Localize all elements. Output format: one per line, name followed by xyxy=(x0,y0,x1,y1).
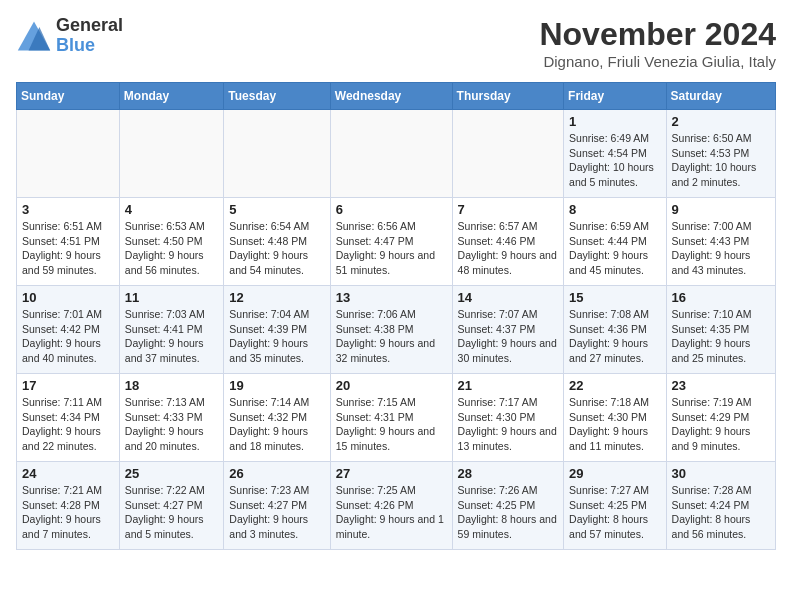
day-number: 19 xyxy=(229,378,324,393)
day-number: 26 xyxy=(229,466,324,481)
day-number: 20 xyxy=(336,378,447,393)
day-info: Sunrise: 6:53 AM Sunset: 4:50 PM Dayligh… xyxy=(125,219,218,278)
day-cell: 3Sunrise: 6:51 AM Sunset: 4:51 PM Daylig… xyxy=(17,198,120,286)
day-info: Sunrise: 7:14 AM Sunset: 4:32 PM Dayligh… xyxy=(229,395,324,454)
day-cell xyxy=(119,110,223,198)
week-row-5: 24Sunrise: 7:21 AM Sunset: 4:28 PM Dayli… xyxy=(17,462,776,550)
day-info: Sunrise: 6:50 AM Sunset: 4:53 PM Dayligh… xyxy=(672,131,770,190)
day-info: Sunrise: 7:27 AM Sunset: 4:25 PM Dayligh… xyxy=(569,483,660,542)
day-info: Sunrise: 7:07 AM Sunset: 4:37 PM Dayligh… xyxy=(458,307,559,366)
day-cell xyxy=(452,110,564,198)
logo-blue-text: Blue xyxy=(56,36,123,56)
day-number: 30 xyxy=(672,466,770,481)
day-cell: 18Sunrise: 7:13 AM Sunset: 4:33 PM Dayli… xyxy=(119,374,223,462)
title-block: November 2024 Dignano, Friuli Venezia Gi… xyxy=(539,16,776,70)
day-info: Sunrise: 7:22 AM Sunset: 4:27 PM Dayligh… xyxy=(125,483,218,542)
day-number: 5 xyxy=(229,202,324,217)
day-info: Sunrise: 6:51 AM Sunset: 4:51 PM Dayligh… xyxy=(22,219,114,278)
day-cell xyxy=(17,110,120,198)
day-info: Sunrise: 7:17 AM Sunset: 4:30 PM Dayligh… xyxy=(458,395,559,454)
day-cell: 13Sunrise: 7:06 AM Sunset: 4:38 PM Dayli… xyxy=(330,286,452,374)
calendar-body: 1Sunrise: 6:49 AM Sunset: 4:54 PM Daylig… xyxy=(17,110,776,550)
col-sunday: Sunday xyxy=(17,83,120,110)
day-cell: 21Sunrise: 7:17 AM Sunset: 4:30 PM Dayli… xyxy=(452,374,564,462)
day-info: Sunrise: 7:00 AM Sunset: 4:43 PM Dayligh… xyxy=(672,219,770,278)
day-number: 13 xyxy=(336,290,447,305)
week-row-2: 3Sunrise: 6:51 AM Sunset: 4:51 PM Daylig… xyxy=(17,198,776,286)
day-info: Sunrise: 7:10 AM Sunset: 4:35 PM Dayligh… xyxy=(672,307,770,366)
day-cell: 6Sunrise: 6:56 AM Sunset: 4:47 PM Daylig… xyxy=(330,198,452,286)
day-number: 6 xyxy=(336,202,447,217)
day-cell: 16Sunrise: 7:10 AM Sunset: 4:35 PM Dayli… xyxy=(666,286,775,374)
day-cell: 27Sunrise: 7:25 AM Sunset: 4:26 PM Dayli… xyxy=(330,462,452,550)
day-number: 22 xyxy=(569,378,660,393)
day-cell: 24Sunrise: 7:21 AM Sunset: 4:28 PM Dayli… xyxy=(17,462,120,550)
day-info: Sunrise: 7:23 AM Sunset: 4:27 PM Dayligh… xyxy=(229,483,324,542)
day-number: 9 xyxy=(672,202,770,217)
day-cell: 10Sunrise: 7:01 AM Sunset: 4:42 PM Dayli… xyxy=(17,286,120,374)
day-number: 27 xyxy=(336,466,447,481)
day-number: 7 xyxy=(458,202,559,217)
calendar-table: Sunday Monday Tuesday Wednesday Thursday… xyxy=(16,82,776,550)
header-row: Sunday Monday Tuesday Wednesday Thursday… xyxy=(17,83,776,110)
day-info: Sunrise: 7:28 AM Sunset: 4:24 PM Dayligh… xyxy=(672,483,770,542)
day-number: 10 xyxy=(22,290,114,305)
day-cell: 15Sunrise: 7:08 AM Sunset: 4:36 PM Dayli… xyxy=(564,286,666,374)
day-cell: 9Sunrise: 7:00 AM Sunset: 4:43 PM Daylig… xyxy=(666,198,775,286)
day-number: 21 xyxy=(458,378,559,393)
day-number: 12 xyxy=(229,290,324,305)
day-cell: 28Sunrise: 7:26 AM Sunset: 4:25 PM Dayli… xyxy=(452,462,564,550)
day-info: Sunrise: 7:01 AM Sunset: 4:42 PM Dayligh… xyxy=(22,307,114,366)
col-wednesday: Wednesday xyxy=(330,83,452,110)
day-info: Sunrise: 7:19 AM Sunset: 4:29 PM Dayligh… xyxy=(672,395,770,454)
header: General Blue November 2024 Dignano, Friu… xyxy=(16,16,776,70)
logo-general-text: General xyxy=(56,16,123,36)
day-number: 17 xyxy=(22,378,114,393)
logo: General Blue xyxy=(16,16,123,56)
day-number: 14 xyxy=(458,290,559,305)
day-cell: 8Sunrise: 6:59 AM Sunset: 4:44 PM Daylig… xyxy=(564,198,666,286)
day-cell: 5Sunrise: 6:54 AM Sunset: 4:48 PM Daylig… xyxy=(224,198,330,286)
day-number: 24 xyxy=(22,466,114,481)
day-info: Sunrise: 7:08 AM Sunset: 4:36 PM Dayligh… xyxy=(569,307,660,366)
day-cell: 4Sunrise: 6:53 AM Sunset: 4:50 PM Daylig… xyxy=(119,198,223,286)
day-number: 29 xyxy=(569,466,660,481)
subtitle: Dignano, Friuli Venezia Giulia, Italy xyxy=(539,53,776,70)
day-number: 11 xyxy=(125,290,218,305)
day-number: 28 xyxy=(458,466,559,481)
day-cell xyxy=(330,110,452,198)
day-info: Sunrise: 7:25 AM Sunset: 4:26 PM Dayligh… xyxy=(336,483,447,542)
day-cell: 1Sunrise: 6:49 AM Sunset: 4:54 PM Daylig… xyxy=(564,110,666,198)
day-number: 23 xyxy=(672,378,770,393)
day-cell: 7Sunrise: 6:57 AM Sunset: 4:46 PM Daylig… xyxy=(452,198,564,286)
day-number: 2 xyxy=(672,114,770,129)
day-info: Sunrise: 7:03 AM Sunset: 4:41 PM Dayligh… xyxy=(125,307,218,366)
day-cell: 30Sunrise: 7:28 AM Sunset: 4:24 PM Dayli… xyxy=(666,462,775,550)
col-friday: Friday xyxy=(564,83,666,110)
col-monday: Monday xyxy=(119,83,223,110)
week-row-3: 10Sunrise: 7:01 AM Sunset: 4:42 PM Dayli… xyxy=(17,286,776,374)
col-saturday: Saturday xyxy=(666,83,775,110)
day-info: Sunrise: 7:26 AM Sunset: 4:25 PM Dayligh… xyxy=(458,483,559,542)
day-number: 18 xyxy=(125,378,218,393)
day-cell xyxy=(224,110,330,198)
day-number: 1 xyxy=(569,114,660,129)
day-info: Sunrise: 6:56 AM Sunset: 4:47 PM Dayligh… xyxy=(336,219,447,278)
day-cell: 17Sunrise: 7:11 AM Sunset: 4:34 PM Dayli… xyxy=(17,374,120,462)
day-info: Sunrise: 7:15 AM Sunset: 4:31 PM Dayligh… xyxy=(336,395,447,454)
day-info: Sunrise: 6:54 AM Sunset: 4:48 PM Dayligh… xyxy=(229,219,324,278)
day-info: Sunrise: 7:18 AM Sunset: 4:30 PM Dayligh… xyxy=(569,395,660,454)
day-number: 3 xyxy=(22,202,114,217)
day-cell: 26Sunrise: 7:23 AM Sunset: 4:27 PM Dayli… xyxy=(224,462,330,550)
day-info: Sunrise: 6:59 AM Sunset: 4:44 PM Dayligh… xyxy=(569,219,660,278)
day-cell: 23Sunrise: 7:19 AM Sunset: 4:29 PM Dayli… xyxy=(666,374,775,462)
day-cell: 22Sunrise: 7:18 AM Sunset: 4:30 PM Dayli… xyxy=(564,374,666,462)
day-cell: 11Sunrise: 7:03 AM Sunset: 4:41 PM Dayli… xyxy=(119,286,223,374)
day-info: Sunrise: 6:49 AM Sunset: 4:54 PM Dayligh… xyxy=(569,131,660,190)
day-cell: 12Sunrise: 7:04 AM Sunset: 4:39 PM Dayli… xyxy=(224,286,330,374)
logo-icon xyxy=(16,18,52,54)
week-row-1: 1Sunrise: 6:49 AM Sunset: 4:54 PM Daylig… xyxy=(17,110,776,198)
day-number: 16 xyxy=(672,290,770,305)
day-info: Sunrise: 7:11 AM Sunset: 4:34 PM Dayligh… xyxy=(22,395,114,454)
day-cell: 29Sunrise: 7:27 AM Sunset: 4:25 PM Dayli… xyxy=(564,462,666,550)
